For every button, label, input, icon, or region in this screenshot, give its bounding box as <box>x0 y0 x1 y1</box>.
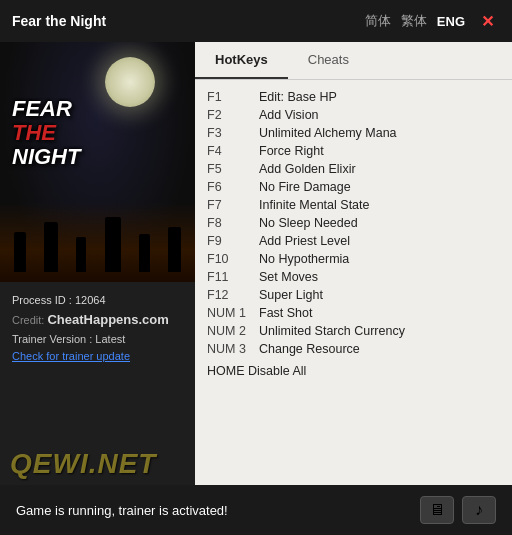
cheat-item: F7Infinite Mental State <box>207 196 500 214</box>
language-selector: 简体 繁体 ENG ✕ <box>365 10 500 33</box>
monitor-icon-button[interactable]: 🖥 <box>420 496 454 524</box>
game-art-title: FEAR THE NIGHT <box>12 97 80 170</box>
disable-all-label: Disable All <box>248 364 306 378</box>
cheat-key: F3 <box>207 126 259 140</box>
cheat-item: F9Add Priest Level <box>207 232 500 250</box>
cheat-key: F6 <box>207 180 259 194</box>
status-icons: 🖥 ♪ <box>420 496 496 524</box>
tab-bar: HotKeys Cheats <box>195 42 512 80</box>
cheat-name: Infinite Mental State <box>259 198 369 212</box>
cheat-name: No Hypothermia <box>259 252 349 266</box>
main-content: FEAR THE NIGHT Process ID : 12064 <box>0 42 512 485</box>
cheat-name: Super Light <box>259 288 323 302</box>
tab-hotkeys[interactable]: HotKeys <box>195 42 288 79</box>
cheat-name: Fast Shot <box>259 306 313 320</box>
cheat-key: F12 <box>207 288 259 302</box>
cheat-key: F8 <box>207 216 259 230</box>
cheat-item: F3Unlimited Alchemy Mana <box>207 124 500 142</box>
lang-english-btn[interactable]: ENG <box>437 14 465 29</box>
status-message: Game is running, trainer is activated! <box>16 503 228 518</box>
close-button[interactable]: ✕ <box>475 10 500 33</box>
credit-row: Credit: CheatHappens.com <box>12 312 183 327</box>
cheat-item: NUM 1Fast Shot <box>207 304 500 322</box>
trainer-version-row: Trainer Version : Latest <box>12 333 183 345</box>
credit-value: CheatHappens.com <box>47 312 168 327</box>
cheat-item: F5Add Golden Elixir <box>207 160 500 178</box>
cheat-key: F1 <box>207 90 259 104</box>
update-link-row: Check for trainer update <box>12 350 183 362</box>
tab-cheats[interactable]: Cheats <box>288 42 369 79</box>
cheat-list: F1Edit: Base HPF2Add VisionF3Unlimited A… <box>195 80 512 485</box>
process-id-row: Process ID : 12064 <box>12 294 183 306</box>
cheat-item: F6No Fire Damage <box>207 178 500 196</box>
cheat-item: F1Edit: Base HP <box>207 88 500 106</box>
check-update-link[interactable]: Check for trainer update <box>12 350 130 362</box>
disable-all-key: HOME <box>207 364 245 378</box>
credit-label: Credit: <box>12 314 44 326</box>
cheat-item: F12Super Light <box>207 286 500 304</box>
trainer-version-text: Trainer Version : Latest <box>12 333 125 345</box>
cheat-item: NUM 3Change Resource <box>207 340 500 358</box>
cheat-name: Unlimited Starch Currency <box>259 324 405 338</box>
cheat-item: F10No Hypothermia <box>207 250 500 268</box>
cheat-name: Change Resource <box>259 342 360 356</box>
cheat-name: Unlimited Alchemy Mana <box>259 126 397 140</box>
app-title: Fear the Night <box>12 13 106 29</box>
cheat-key: NUM 3 <box>207 342 259 356</box>
cheat-key: F11 <box>207 270 259 284</box>
lang-traditional-btn[interactable]: 繁体 <box>401 12 427 30</box>
music-icon-button[interactable]: ♪ <box>462 496 496 524</box>
title-bar: Fear the Night 简体 繁体 ENG ✕ <box>0 0 512 42</box>
cheat-name: Add Vision <box>259 108 319 122</box>
cheat-key: F9 <box>207 234 259 248</box>
music-icon: ♪ <box>475 501 483 519</box>
left-panel: FEAR THE NIGHT Process ID : 12064 <box>0 42 195 485</box>
cheat-name: Add Priest Level <box>259 234 350 248</box>
cheat-key: NUM 1 <box>207 306 259 320</box>
cheat-key: NUM 2 <box>207 324 259 338</box>
cheat-key: F4 <box>207 144 259 158</box>
status-bar: Game is running, trainer is activated! 🖥… <box>0 485 512 535</box>
disable-all-row: HOME Disable All <box>207 358 500 382</box>
cheat-name: Edit: Base HP <box>259 90 337 104</box>
cheat-key: F10 <box>207 252 259 266</box>
process-id-value: Process ID : 12064 <box>12 294 106 306</box>
cheat-name: Add Golden Elixir <box>259 162 356 176</box>
monitor-icon: 🖥 <box>429 501 445 519</box>
cheat-item: F2Add Vision <box>207 106 500 124</box>
right-panel: HotKeys Cheats F1Edit: Base HPF2Add Visi… <box>195 42 512 485</box>
cheat-item: NUM 2Unlimited Starch Currency <box>207 322 500 340</box>
cheat-key: F7 <box>207 198 259 212</box>
cheat-name: No Fire Damage <box>259 180 351 194</box>
cheat-key: F2 <box>207 108 259 122</box>
cheat-item: F11Set Moves <box>207 268 500 286</box>
left-info: Process ID : 12064 Credit: CheatHappens.… <box>0 282 195 485</box>
cheat-item: F8No Sleep Needed <box>207 214 500 232</box>
cheat-key: F5 <box>207 162 259 176</box>
cheat-item: F4Force Right <box>207 142 500 160</box>
cheat-name: Force Right <box>259 144 324 158</box>
cheat-name: Set Moves <box>259 270 318 284</box>
cheat-name: No Sleep Needed <box>259 216 358 230</box>
game-image: FEAR THE NIGHT <box>0 42 195 282</box>
lang-simple-btn[interactable]: 简体 <box>365 12 391 30</box>
